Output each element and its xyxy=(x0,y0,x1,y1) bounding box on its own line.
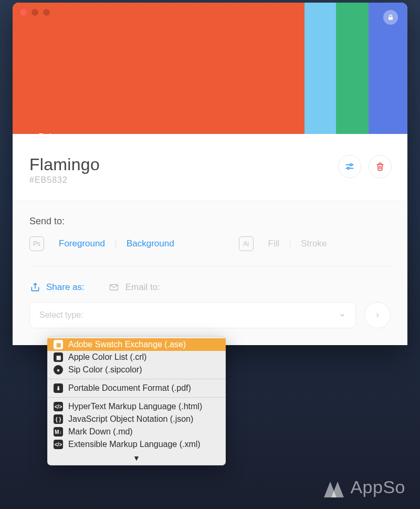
color-hex: #EB5832 xyxy=(29,175,100,185)
delete-button[interactable] xyxy=(369,155,392,178)
palette-swatch[interactable] xyxy=(304,3,336,134)
dropdown-item[interactable]: ⬇Portable Document Format (.pdf) xyxy=(47,382,226,394)
svg-point-2 xyxy=(350,164,352,166)
dropdown-item[interactable]: ▦Apple Color List (.crl) xyxy=(47,351,226,363)
submit-button[interactable] xyxy=(364,302,391,328)
dropdown-item-label: Portable Document Format (.pdf) xyxy=(68,383,191,393)
dropdown-item[interactable]: M↓Mark Down (.md) xyxy=(47,425,226,438)
share-row: Share as: Email to: xyxy=(29,266,391,302)
drop-icon: ● xyxy=(54,365,63,375)
dropdown-item-label: Apple Color List (.crl) xyxy=(68,352,146,362)
email-to-label: Email to: xyxy=(125,282,160,293)
code-icon: </> xyxy=(54,402,63,411)
dropdown-item-label: HyperText Markup Language (.html) xyxy=(68,402,202,411)
grid-icon: ▦ xyxy=(54,352,63,362)
dropdown-item[interactable]: </>Extensible Markup Language (.xml) xyxy=(47,438,226,451)
md-icon: M↓ xyxy=(54,427,63,437)
ai-fill-option: Fill xyxy=(268,238,280,249)
ps-foreground-option[interactable]: Foreground xyxy=(59,238,105,249)
minimize-window-button[interactable] xyxy=(32,9,38,16)
ps-background-option[interactable]: Background xyxy=(127,238,174,249)
photoshop-options: Foreground Background xyxy=(59,238,174,249)
dropdown-item-label: JavaScript Object Notation (.json) xyxy=(68,414,193,424)
ai-stroke-option: Stroke xyxy=(301,238,327,249)
window-controls[interactable] xyxy=(20,9,50,16)
dropdown-item-label: Adobe Swatch Exchange (.ase) xyxy=(68,340,186,349)
illustrator-icon: Ai xyxy=(239,236,254,251)
braces-icon: { } xyxy=(54,414,63,424)
photoshop-icon[interactable]: Ps xyxy=(29,236,44,251)
email-to[interactable]: Email to: xyxy=(108,282,160,293)
dropdown-separator xyxy=(47,379,226,379)
select-placeholder: Select type: xyxy=(39,310,83,320)
file-type-dropdown[interactable]: ▦Adobe Swatch Exchange (.ase)▦Apple Colo… xyxy=(47,336,226,465)
send-share-section: Send to: Ps Foreground Background Ai Fil… xyxy=(13,201,407,345)
settings-button[interactable] xyxy=(338,155,361,178)
share-as[interactable]: Share as: xyxy=(29,282,85,293)
send-to-row: Ps Foreground Background Ai Fill Stroke xyxy=(29,236,391,251)
sliders-icon xyxy=(344,161,355,172)
dropdown-item-label: Sip Color (.sipcolor) xyxy=(68,365,142,375)
palette-strip: Palette xyxy=(13,3,407,134)
svg-rect-0 xyxy=(388,17,393,19)
divider xyxy=(290,239,290,248)
type-select[interactable]: Select type: xyxy=(29,302,356,328)
back-nav[interactable]: Palette xyxy=(13,122,407,134)
lock-icon xyxy=(387,14,394,21)
back-label: Palette xyxy=(38,132,66,134)
grid-icon: ▦ xyxy=(54,340,63,349)
dropdown-item[interactable]: { }JavaScript Object Notation (.json) xyxy=(47,413,226,425)
pdf-icon: ⬇ xyxy=(54,383,63,393)
dropdown-separator xyxy=(47,397,226,398)
dropdown-more-indicator[interactable]: ▼ xyxy=(47,453,226,465)
dropdown-item-label: Extensible Markup Language (.xml) xyxy=(68,440,201,449)
color-name: Flamingo xyxy=(29,155,100,174)
share-icon xyxy=(29,282,41,293)
dropdown-item[interactable]: </>HyperText Markup Language (.html) xyxy=(47,400,226,413)
watermark-text: AppSo xyxy=(350,477,405,497)
dropdown-item[interactable]: ▦Adobe Swatch Exchange (.ase) xyxy=(47,338,226,351)
appso-logo-icon xyxy=(324,477,344,497)
chevron-down-icon xyxy=(339,311,346,319)
zoom-window-button[interactable] xyxy=(43,9,50,16)
watermark: AppSo xyxy=(324,477,405,497)
dropdown-item-label: Mark Down (.md) xyxy=(68,427,133,437)
svg-point-4 xyxy=(348,167,350,169)
lock-button[interactable] xyxy=(383,10,398,25)
trash-icon xyxy=(375,161,385,172)
chevron-right-icon xyxy=(374,311,381,319)
send-to-heading: Send to: xyxy=(29,216,391,227)
close-window-button[interactable] xyxy=(20,9,27,16)
dropdown-item[interactable]: ●Sip Color (.sipcolor) xyxy=(47,363,226,376)
share-as-label: Share as: xyxy=(46,282,85,293)
palette-swatch[interactable] xyxy=(336,3,369,134)
mail-icon xyxy=(108,283,120,292)
code-icon: </> xyxy=(54,440,63,449)
palette-swatch[interactable] xyxy=(13,3,304,134)
color-header: Flamingo #EB5832 xyxy=(13,134,407,201)
illustrator-options: Fill Stroke xyxy=(268,238,327,249)
app-window: Palette Flamingo #EB5832 xyxy=(13,3,407,345)
divider xyxy=(116,239,116,248)
